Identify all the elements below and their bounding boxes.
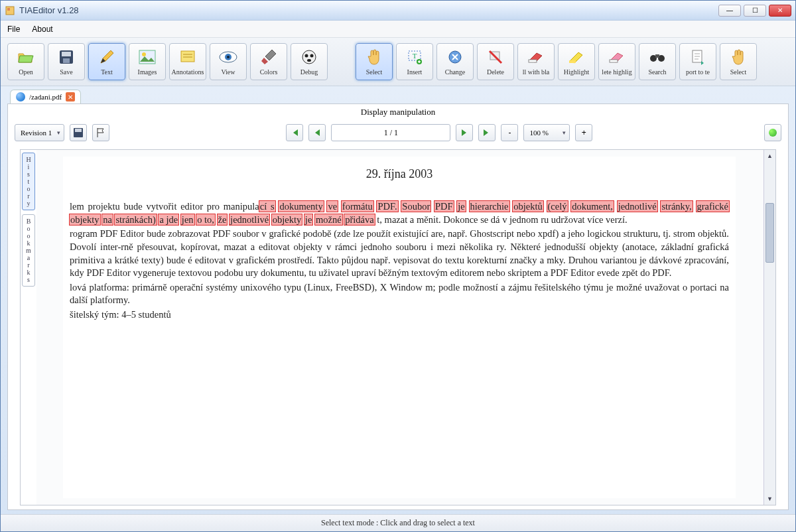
highlighter-icon: [567, 48, 586, 66]
status-text: Select text mode : Click and drag to sel…: [321, 518, 475, 528]
svg-point-10: [227, 56, 230, 58]
toolgroup-right: Select TInsert Change Delete ll with bla…: [356, 43, 757, 80]
page-field[interactable]: [331, 124, 450, 141]
insert-text-icon: T: [405, 48, 424, 66]
green-dot-icon: [769, 129, 777, 137]
toolgroup-left: Open Save Text Images Annotations View C…: [7, 43, 328, 80]
zoom-in-button[interactable]: +: [575, 124, 592, 141]
flag-icon: [96, 127, 105, 138]
side-tabs: History Bookmarks: [21, 150, 36, 505]
paragraph-2: rogram PDF Editor bude zobrazovat PDF so…: [70, 228, 729, 279]
first-page-button[interactable]: [286, 124, 303, 141]
hand-icon: [729, 48, 748, 66]
svg-point-6: [142, 52, 146, 56]
page-content: 29. října 2003 lem projektu bude vytvoři…: [63, 157, 736, 498]
document-area: History Bookmarks 29. října 2003 lem pro…: [20, 149, 776, 505]
export-text-button[interactable]: port to te: [679, 43, 716, 80]
paragraph-1: lem projektu bude vytvořit editor pro ma…: [70, 200, 729, 226]
colors-button[interactable]: Colors: [250, 43, 287, 80]
globe-icon: [16, 92, 25, 101]
bookmarks-tab[interactable]: Bookmarks: [22, 214, 35, 287]
change-button[interactable]: Change: [436, 43, 474, 80]
delete-icon: [486, 48, 505, 66]
first-icon: [290, 128, 299, 137]
window-title: TIAEditor v1.28: [19, 5, 718, 15]
page-canvas: 29. října 2003 lem projektu bude vytvoři…: [36, 150, 775, 505]
vertical-scrollbar[interactable]: ▲ ▼: [763, 150, 775, 505]
prev-page-button[interactable]: [308, 124, 326, 141]
select2-button[interactable]: Select: [720, 43, 757, 80]
tab-label: /zadani.pdf: [29, 93, 62, 101]
delete-highlight-button[interactable]: lete highlig: [598, 43, 635, 80]
save-button[interactable]: Save: [48, 43, 85, 80]
history-tab[interactable]: History: [22, 153, 35, 210]
scroll-thumb[interactable]: [765, 203, 774, 263]
svg-point-13: [310, 54, 314, 58]
search-button[interactable]: Search: [639, 43, 676, 80]
menubar: File About: [1, 21, 795, 38]
svg-rect-3: [62, 52, 71, 56]
svg-rect-20: [529, 60, 537, 62]
close-button[interactable]: ✕: [769, 5, 791, 17]
highlight-button[interactable]: Highlight: [558, 43, 595, 80]
fill-blank-button[interactable]: ll with bla: [517, 43, 555, 80]
menu-file[interactable]: File: [7, 25, 20, 34]
text-button[interactable]: Text: [88, 43, 125, 80]
close-tab-button[interactable]: ✕: [66, 92, 75, 101]
picture-icon: [138, 48, 157, 66]
select-button[interactable]: Select: [356, 43, 393, 80]
controls-row: Revision 1 - 100 % +: [8, 120, 788, 145]
export-icon: [689, 48, 707, 66]
svg-point-14: [307, 59, 311, 62]
last-icon: [482, 128, 492, 137]
svg-rect-21: [569, 60, 576, 63]
document-tab[interactable]: /zadani.pdf ✕: [10, 90, 81, 103]
floppy-small-icon: [73, 127, 84, 138]
paragraph-3: lová platforma: primárně operační systém…: [70, 281, 729, 307]
svg-rect-7: [181, 51, 194, 62]
titlebar: TIAEditor v1.28 — ☐ ✕: [1, 1, 795, 21]
menu-about[interactable]: About: [32, 25, 52, 34]
tab-strip: /zadani.pdf ✕: [1, 86, 795, 103]
paragraph-4: šitelský tým: 4–5 studentů: [70, 308, 729, 322]
minimize-button[interactable]: —: [718, 5, 741, 17]
statusbar: Select text mode : Click and drag to sel…: [1, 514, 795, 531]
delete-button[interactable]: Delete: [477, 43, 514, 80]
flag-button[interactable]: [92, 124, 109, 141]
revision-combo[interactable]: Revision 1: [15, 124, 64, 141]
change-icon: [446, 48, 464, 66]
floppy-icon: [57, 48, 76, 66]
pencil-icon: [98, 48, 116, 66]
svg-text:T: T: [413, 52, 417, 60]
workspace: Display manipulation Revision 1 - 100 % …: [7, 103, 789, 510]
last-page-button[interactable]: [478, 124, 496, 141]
scroll-down-button[interactable]: ▼: [764, 493, 775, 505]
folder-open-icon: [17, 48, 35, 66]
app-window: TIAEditor v1.28 — ☐ ✕ File About Open Sa…: [0, 0, 796, 532]
panel-title: Display manipulation: [8, 104, 788, 120]
insert-button[interactable]: TInsert: [396, 43, 433, 80]
annotations-button[interactable]: Annotations: [169, 43, 206, 80]
mask-icon: [300, 48, 318, 66]
status-indicator-button[interactable]: [764, 124, 781, 141]
view-button[interactable]: View: [210, 43, 247, 80]
maximize-button[interactable]: ☐: [744, 5, 766, 17]
svg-point-12: [305, 54, 308, 58]
document-date: 29. října 2003: [70, 166, 729, 182]
eraser-pink-icon: [608, 48, 626, 66]
zoom-combo[interactable]: 100 %: [523, 124, 570, 141]
next-page-button[interactable]: [456, 124, 473, 141]
svg-rect-28: [75, 129, 82, 132]
images-button[interactable]: Images: [129, 43, 166, 80]
debug-button[interactable]: Debug: [291, 43, 328, 80]
save-revision-button[interactable]: [70, 124, 87, 141]
app-icon: [5, 5, 15, 16]
scroll-up-button[interactable]: ▲: [764, 150, 775, 162]
zoom-out-button[interactable]: -: [501, 124, 518, 141]
svg-rect-22: [610, 60, 618, 62]
svg-rect-4: [63, 58, 70, 63]
note-icon: [178, 48, 197, 66]
toolbar: Open Save Text Images Annotations View C…: [1, 38, 795, 86]
svg-rect-1: [7, 8, 10, 11]
open-button[interactable]: Open: [7, 43, 44, 80]
